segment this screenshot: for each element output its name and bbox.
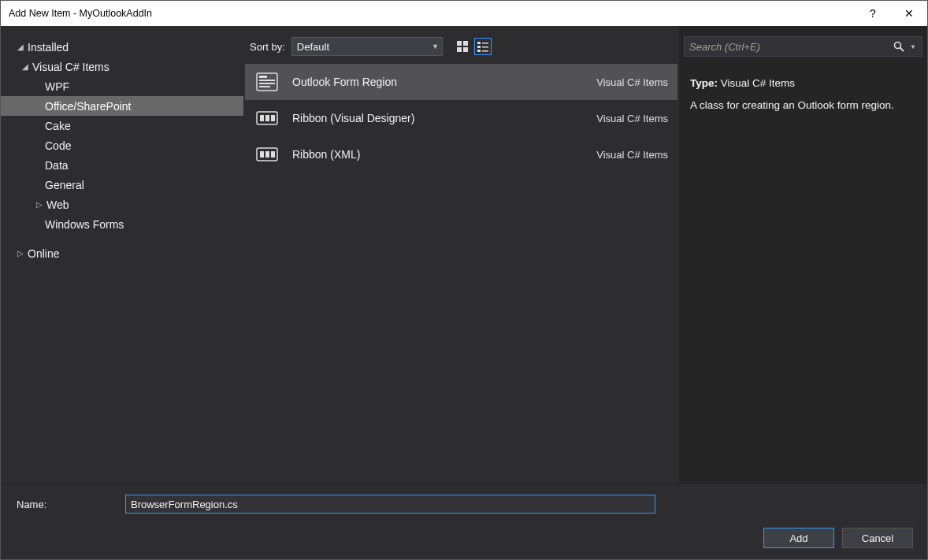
type-label: Type: xyxy=(690,77,718,89)
svg-rect-6 xyxy=(477,46,481,48)
expand-icon: ◢ xyxy=(20,62,31,71)
titlebar: Add New Item - MyOutlookAddIn ? ✕ xyxy=(1,1,927,26)
cancel-button[interactable]: Cancel xyxy=(842,528,913,548)
tree-node-general[interactable]: General xyxy=(1,175,243,195)
sort-by-dropdown[interactable]: Default ▼ xyxy=(291,37,443,56)
name-input[interactable] xyxy=(125,495,655,514)
search-input[interactable]: Search (Ctrl+E) ▼ xyxy=(684,36,922,57)
svg-rect-16 xyxy=(260,115,264,121)
svg-rect-1 xyxy=(463,41,468,46)
tree-node-web[interactable]: ▷ Web xyxy=(1,195,243,214)
svg-rect-0 xyxy=(457,41,462,46)
details-view-button[interactable] xyxy=(474,38,492,55)
tree-node-installed[interactable]: ◢ Installed xyxy=(1,37,243,57)
svg-rect-9 xyxy=(482,50,488,52)
details-panel: Search (Ctrl+E) ▼ Type: Visual C# Items … xyxy=(679,26,927,483)
svg-rect-13 xyxy=(259,83,275,84)
template-list: Outlook Form Region Visual C# Items Ribb… xyxy=(243,64,679,483)
content-area: ◢ Installed ◢ Visual C# Items WPF Office… xyxy=(1,26,927,483)
template-ribbon-xml[interactable]: Ribbon (XML) Visual C# Items xyxy=(245,136,677,172)
svg-rect-11 xyxy=(259,76,267,78)
close-button[interactable]: ✕ xyxy=(891,1,927,26)
sort-by-value: Default xyxy=(297,41,329,53)
detail-description: A class for creating an Outlook form reg… xyxy=(690,97,916,114)
svg-rect-5 xyxy=(482,43,488,44)
toolbar: Sort by: Default ▼ xyxy=(243,32,679,61)
expand-icon: ▷ xyxy=(15,249,26,258)
svg-rect-2 xyxy=(457,47,462,52)
template-panel: Sort by: Default ▼ xyxy=(243,26,679,483)
template-type: Visual C# Items xyxy=(596,113,668,124)
footer: Name: Add Cancel xyxy=(1,483,927,559)
small-icons-view-button[interactable] xyxy=(454,38,471,55)
tree-node-wpf[interactable]: WPF xyxy=(1,76,243,96)
type-value: Visual C# Items xyxy=(721,77,795,89)
help-button[interactable]: ? xyxy=(855,1,891,26)
tree-node-windows-forms[interactable]: Windows Forms xyxy=(1,214,243,234)
add-button[interactable]: Add xyxy=(763,528,834,548)
details-icon xyxy=(477,41,488,52)
tree-node-office-sharepoint[interactable]: Office/SharePoint xyxy=(1,96,243,116)
svg-rect-22 xyxy=(271,151,275,158)
svg-rect-7 xyxy=(482,46,488,48)
svg-rect-12 xyxy=(259,80,275,81)
search-placeholder: Search (Ctrl+E) xyxy=(689,41,889,53)
template-name: Ribbon (XML) xyxy=(292,148,584,161)
category-tree: ◢ Installed ◢ Visual C# Items WPF Office… xyxy=(1,26,243,483)
sort-by-label: Sort by: xyxy=(250,41,285,53)
svg-rect-20 xyxy=(260,151,264,158)
template-name: Outlook Form Region xyxy=(292,76,584,88)
add-new-item-dialog: Add New Item - MyOutlookAddIn ? ✕ ◢ Inst… xyxy=(0,0,928,560)
search-icon xyxy=(889,41,909,52)
svg-rect-21 xyxy=(265,151,269,158)
template-type: Visual C# Items xyxy=(596,149,668,161)
tree-node-online[interactable]: ▷ Online xyxy=(1,243,243,263)
expand-icon: ▷ xyxy=(34,200,45,209)
tree-node-cake[interactable]: Cake xyxy=(1,116,243,135)
template-type: Visual C# Items xyxy=(596,76,668,88)
template-ribbon-visual-designer[interactable]: Ribbon (Visual Designer) Visual C# Items xyxy=(245,100,677,136)
template-name: Ribbon (Visual Designer) xyxy=(292,112,584,124)
detail-type-row: Type: Visual C# Items xyxy=(690,75,916,92)
chevron-down-icon[interactable]: ▼ xyxy=(909,43,917,50)
svg-rect-4 xyxy=(477,42,481,44)
svg-rect-18 xyxy=(271,115,275,121)
expand-icon: ◢ xyxy=(15,43,26,51)
small-icons-icon xyxy=(457,41,468,52)
name-label: Name: xyxy=(17,499,111,510)
ribbon-icon xyxy=(254,108,280,128)
svg-line-24 xyxy=(900,48,904,52)
svg-rect-14 xyxy=(259,86,270,87)
chevron-down-icon: ▼ xyxy=(432,43,439,50)
svg-rect-17 xyxy=(265,115,269,121)
window-title: Add New Item - MyOutlookAddIn xyxy=(9,8,855,19)
svg-rect-3 xyxy=(463,47,468,52)
svg-rect-8 xyxy=(477,50,481,52)
tree-node-code[interactable]: Code xyxy=(1,135,243,155)
tree-node-visual-csharp-items[interactable]: ◢ Visual C# Items xyxy=(1,57,243,76)
ribbon-icon xyxy=(254,144,280,165)
svg-point-23 xyxy=(895,43,901,49)
tree-node-data[interactable]: Data xyxy=(1,155,243,175)
template-outlook-form-region[interactable]: Outlook Form Region Visual C# Items xyxy=(245,64,677,100)
form-region-icon xyxy=(254,72,280,92)
